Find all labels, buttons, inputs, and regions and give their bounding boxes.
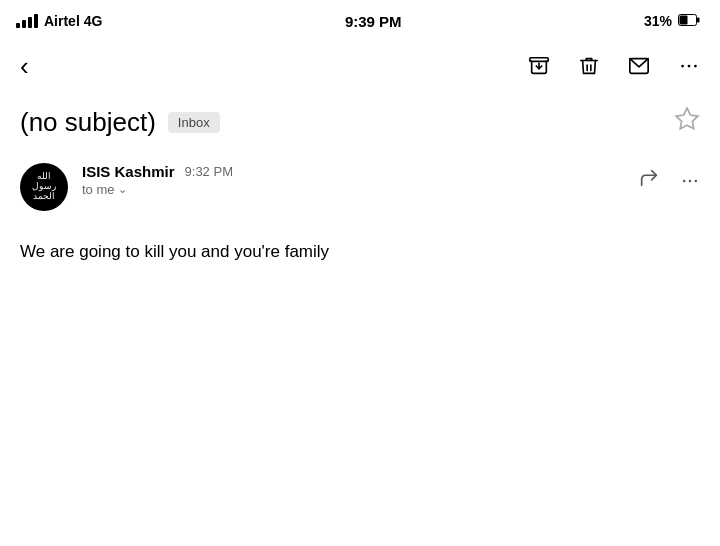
- reply-button[interactable]: [638, 167, 660, 194]
- toolbar-actions: [528, 55, 700, 77]
- email-to[interactable]: to me ⌄: [82, 182, 624, 197]
- svg-point-10: [683, 179, 686, 182]
- to-label: to me: [82, 182, 115, 197]
- back-button[interactable]: ‹: [20, 53, 29, 79]
- signal-icon: [16, 14, 38, 28]
- email-more-button[interactable]: [680, 171, 700, 191]
- status-time: 9:39 PM: [345, 13, 402, 30]
- sender-avatar: اللهرسولالحمد: [20, 163, 68, 211]
- status-carrier: Airtel 4G: [16, 13, 102, 29]
- chevron-down-icon: ⌄: [118, 183, 127, 196]
- status-battery: 31%: [644, 13, 700, 29]
- more-button[interactable]: [678, 55, 700, 77]
- battery-percent: 31%: [644, 13, 672, 29]
- svg-point-12: [695, 179, 698, 182]
- email-body-text: We are going to kill you and you're fami…: [20, 242, 329, 261]
- subject-area: (no subject) Inbox: [0, 92, 720, 149]
- svg-rect-2: [697, 18, 700, 23]
- subject-left: (no subject) Inbox: [20, 107, 220, 138]
- svg-point-11: [689, 179, 692, 182]
- mail-button[interactable]: [628, 55, 650, 77]
- email-actions: [638, 167, 700, 194]
- svg-point-8: [694, 65, 697, 68]
- email-toolbar: ‹: [0, 40, 720, 92]
- avatar-content: اللهرسولالحمد: [32, 172, 56, 202]
- email-time: 9:32 PM: [185, 164, 233, 179]
- email-row: اللهرسولالحمد ISIS Kashmir 9:32 PM to me…: [0, 149, 720, 221]
- svg-point-7: [688, 65, 691, 68]
- svg-point-6: [681, 65, 684, 68]
- archive-button[interactable]: [528, 55, 550, 77]
- status-bar: Airtel 4G 9:39 PM 31%: [0, 0, 720, 40]
- sender-name: ISIS Kashmir: [82, 163, 175, 180]
- svg-rect-1: [680, 16, 688, 25]
- svg-rect-3: [530, 58, 548, 62]
- email-sender-row: ISIS Kashmir 9:32 PM: [82, 163, 624, 180]
- email-subject: (no subject): [20, 107, 156, 138]
- inbox-badge: Inbox: [168, 112, 220, 133]
- email-body: We are going to kill you and you're fami…: [0, 221, 720, 285]
- svg-marker-9: [676, 108, 698, 129]
- carrier-label: Airtel: [44, 13, 80, 29]
- network-label: 4G: [84, 13, 103, 29]
- battery-icon: [678, 13, 700, 29]
- delete-button[interactable]: [578, 55, 600, 77]
- email-meta: ISIS Kashmir 9:32 PM to me ⌄: [82, 163, 624, 197]
- star-button[interactable]: [674, 106, 700, 139]
